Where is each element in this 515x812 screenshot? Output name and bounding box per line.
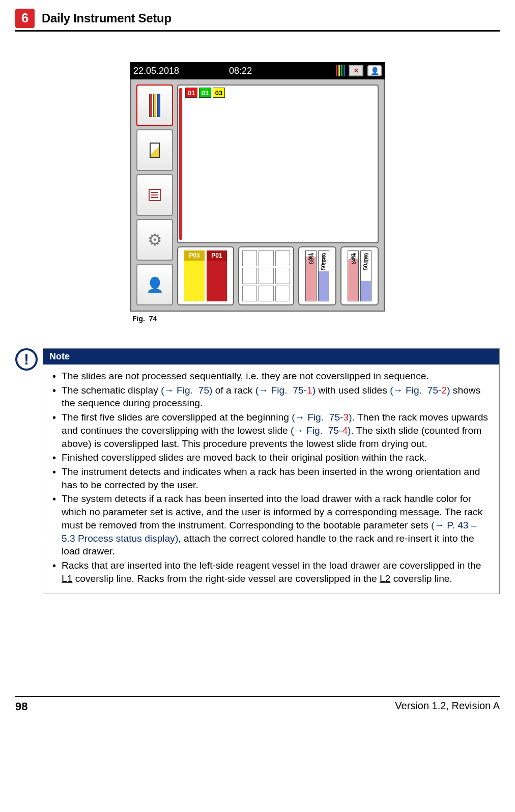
rack-chips: 01 01 03 [185,88,225,98]
note-item: The first five slides are coverslipped a… [51,411,491,450]
level-percent: 89% [308,253,314,264]
rack-chip[interactable]: 01 [199,88,211,98]
note-item: The instrument detects and indicates whe… [51,465,491,491]
sidebar [136,85,173,305]
user-icon [146,276,164,293]
level-gauge[interactable]: X189% [305,250,317,301]
output-slot[interactable] [259,250,273,266]
slide-icon [150,143,160,158]
status-date: 22.05.2018 [133,66,179,76]
level-gauge[interactable]: X184% [348,250,359,301]
load-drawer[interactable]: P03 P01 [177,246,234,305]
instrument-screen: 22.05.2018 08:22 [130,62,385,323]
figure-caption: Fig. 74 [132,315,385,323]
status-bar: 22.05.2018 08:22 [130,62,385,79]
output-slot[interactable] [275,286,290,301]
gear-icon [148,230,162,249]
level-gauge[interactable]: 50 mm40% [360,250,371,301]
output-slot[interactable] [259,268,273,284]
page-footer: 98 Version 1.2, Revision A [15,696,500,713]
note-list: The slides are not processed sequentiall… [51,370,491,585]
status-time: 08:22 [229,66,252,76]
note-item: The slides are not processed sequentiall… [51,370,491,383]
chapter-number-badge: 6 [15,9,35,28]
level-percent: 40% [363,253,369,264]
level-gauge[interactable]: 50 mm59% [318,250,329,301]
sidebar-settings-button[interactable] [136,219,173,261]
output-slot[interactable] [275,268,290,284]
output-slot[interactable] [259,286,273,301]
output-slot[interactable] [275,250,290,266]
consumable-group-l2[interactable]: X184%50 mm40% [340,246,379,305]
list-icon [149,189,161,201]
output-grid[interactable] [238,246,294,305]
note-item: The schematic display (→ Fig. 75) of a r… [51,384,491,410]
sidebar-list-button[interactable] [136,174,173,216]
rack-chip[interactable]: 01 [185,88,197,98]
rack-column[interactable]: P03 [184,250,205,301]
note-item: Racks that are inserted into the left-si… [51,559,491,585]
rack-column[interactable]: P01 [207,250,227,301]
alarm-off-icon[interactable] [349,65,363,76]
consumable-group-l1[interactable]: X189%50 mm59% [298,246,336,305]
page-number: 98 [15,700,27,713]
sidebar-user-button[interactable] [136,264,173,305]
output-slot[interactable] [242,268,257,284]
process-canvas[interactable]: 01 01 03 [177,85,379,243]
note-title: Note [43,349,499,365]
version-text: Version 1.2, Revision A [395,700,500,713]
page-header: 6 Daily Instrument Setup [15,6,500,32]
sidebar-overview-button[interactable] [136,85,173,126]
level-percent: 59% [321,253,327,264]
consumable-bars-icon [336,65,345,76]
user-icon[interactable] [367,65,382,76]
output-slot[interactable] [242,286,257,301]
rack-column-label: P03 [184,250,205,261]
sidebar-slide-button[interactable] [136,129,173,171]
note-item: The system detects if a rack has been in… [51,492,491,558]
note-icon [15,348,38,371]
chapter-title: Daily Instrument Setup [42,11,171,25]
note-box: Note The slides are not processed sequen… [43,348,500,594]
note-item: Finished coverslipped slides are moved b… [51,451,491,464]
rack-chip[interactable]: 03 [213,88,225,98]
rack-column-label: P01 [207,250,227,261]
level-percent: 84% [351,253,357,264]
output-slot[interactable] [242,250,257,266]
